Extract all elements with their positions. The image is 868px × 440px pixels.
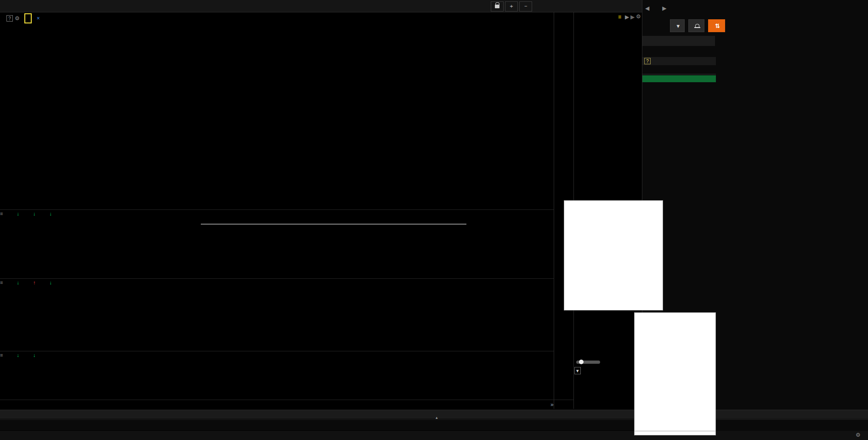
help-icon: ? — [644, 58, 651, 64]
status-bar — [0, 431, 868, 440]
watchlist-button[interactable]: ▾ — [670, 19, 685, 32]
bell-icon — [695, 24, 699, 28]
arrow-down-icon: ↓ — [49, 211, 52, 216]
chip-sort-icon[interactable]: ≡ — [618, 14, 621, 20]
pane-icon: ≡ — [0, 280, 3, 285]
arrow-down-icon: ↓ — [17, 280, 19, 285]
kd-pane-header: ≡ ↓ ↓ — [0, 352, 554, 358]
day-tabs — [716, 47, 868, 56]
alert-button[interactable] — [688, 19, 704, 32]
cost-range-select[interactable]: ▾ — [574, 367, 581, 374]
indicator-tab-bar — [0, 410, 868, 419]
arrow-down-icon: ↓ — [33, 211, 36, 216]
unlock-icon[interactable] — [491, 1, 504, 11]
chip-distribution-chart — [574, 26, 642, 214]
chip-gear-icon[interactable]: ⚙ — [636, 13, 641, 20]
zoom-controls: ＋ － — [491, 0, 533, 12]
pane-icon: ≡ — [0, 211, 3, 216]
volume-pane-header: ≡ ↓ ↓ ↓ — [0, 210, 554, 217]
candlestick-chart[interactable] — [0, 25, 554, 211]
zoom-out-button[interactable]: － — [519, 1, 532, 11]
app: ＋ － ⛶ ? ⚙ × ≡ ▶ ▶ ⚙ ≡ ↓ ↓ ↓ ≡ — [0, 0, 868, 440]
gear-icon[interactable]: ⚙ — [15, 15, 20, 22]
arrow-down-icon: ↓ — [33, 352, 36, 358]
arrow-down-icon: ↓ — [17, 352, 19, 358]
chip-panel: ▾ — [574, 358, 642, 375]
order-book: ? — [642, 57, 716, 83]
collapse-caret-icon[interactable]: ▴ — [436, 415, 438, 420]
arrow-down-icon: ↓ — [17, 211, 19, 216]
weibi-row — [642, 47, 715, 56]
expand-icon[interactable]: » — [550, 401, 554, 408]
chart-title — [635, 431, 715, 433]
overlay-close-icon[interactable]: × — [37, 15, 40, 22]
bottom-tab-bar — [0, 419, 868, 430]
book-summary — [642, 65, 716, 74]
volume-chart[interactable] — [0, 218, 554, 278]
play-icon2[interactable]: ▶ — [630, 14, 635, 20]
arrow-up-icon: ↑ — [33, 280, 36, 285]
next-stock-icon[interactable]: ▶ — [662, 5, 666, 11]
trade-status-row — [642, 36, 715, 46]
macd-pane-header: ≡ ↓ ↑ ↓ — [0, 279, 554, 286]
semi-chem-chart — [564, 200, 663, 310]
price-row: ▾ ⇅ — [642, 17, 868, 35]
ma-values-box — [24, 13, 32, 23]
full-book-link[interactable]: ? — [642, 57, 716, 65]
main-business-chart — [634, 312, 716, 435]
help-icon[interactable]: ? — [6, 15, 13, 22]
buy-sell-ratio-bar — [642, 75, 716, 82]
stock-nav: ◀ ▶ — [642, 2, 868, 15]
play-icon[interactable]: ▶ — [625, 14, 629, 20]
capacity-table — [201, 224, 466, 225]
trade-button[interactable]: ⇅ — [708, 19, 725, 32]
arrow-down-icon: ↓ — [49, 280, 52, 285]
date-axis — [0, 401, 570, 408]
macd-chart[interactable] — [0, 287, 554, 351]
chart-header: ? ⚙ × — [0, 12, 554, 24]
pane-icon: ≡ — [0, 352, 3, 358]
settings-gear-icon[interactable]: ⚙ — [856, 432, 861, 438]
quote-tabs — [716, 36, 868, 46]
prev-stock-icon[interactable]: ◀ — [645, 5, 649, 11]
profit-slider[interactable] — [576, 361, 600, 364]
kd-chart[interactable] — [0, 359, 554, 399]
zoom-in-button[interactable]: ＋ — [505, 1, 518, 11]
